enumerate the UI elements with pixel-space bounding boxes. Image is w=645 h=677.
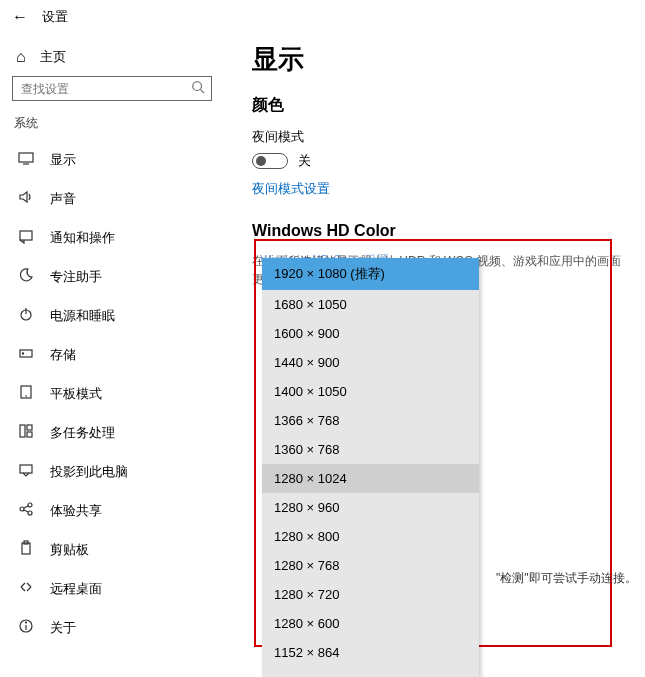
window-header: ← 设置 — [0, 0, 645, 34]
sidebar-item-label: 平板模式 — [50, 385, 102, 403]
sidebar-item-label: 剪贴板 — [50, 541, 89, 559]
svg-rect-11 — [20, 425, 25, 437]
sidebar-item-share[interactable]: 体验共享 — [12, 491, 212, 530]
night-mode-toggle[interactable] — [252, 153, 288, 169]
svg-point-0 — [193, 82, 202, 91]
remote-icon — [18, 579, 34, 598]
home-icon: ⌂ — [16, 48, 26, 66]
resolution-option[interactable]: 1280 × 800 — [262, 522, 479, 551]
night-mode-settings-link[interactable]: 夜间模式设置 — [252, 180, 629, 198]
resolution-option[interactable]: 1360 × 768 — [262, 435, 479, 464]
focus-icon — [18, 267, 34, 286]
resolution-option[interactable]: 1280 × 1024 — [262, 464, 479, 493]
svg-rect-2 — [19, 153, 33, 162]
sidebar-item-power[interactable]: 电源和睡眠 — [12, 296, 212, 335]
resolution-option[interactable]: 1440 × 900 — [262, 348, 479, 377]
resolution-option[interactable]: 1920 × 1080 (推荐) — [262, 258, 479, 290]
sidebar: ⌂ 主页 系统 显示声音通知和操作专注助手电源和睡眠存储平板模式多任务处理投影到… — [0, 34, 224, 675]
sidebar-item-label: 声音 — [50, 190, 76, 208]
detect-hint-text: "检测"即可尝试手动连接。 — [496, 570, 637, 587]
svg-rect-7 — [20, 350, 32, 357]
color-section: 颜色 夜间模式 关 夜间模式设置 — [252, 95, 629, 198]
svg-line-18 — [24, 506, 28, 508]
search-input[interactable] — [19, 81, 191, 97]
sidebar-item-label: 远程桌面 — [50, 580, 102, 598]
svg-point-8 — [22, 353, 23, 354]
resolution-option[interactable]: 1400 × 1050 — [262, 377, 479, 406]
resolution-option[interactable]: 1280 × 960 — [262, 493, 479, 522]
sidebar-item-label: 显示 — [50, 151, 76, 169]
svg-rect-12 — [27, 425, 32, 430]
sidebar-item-tablet[interactable]: 平板模式 — [12, 374, 212, 413]
svg-line-1 — [201, 90, 205, 94]
resolution-option[interactable]: 1280 × 600 — [262, 609, 479, 638]
sidebar-home[interactable]: ⌂ 主页 — [12, 42, 212, 76]
clipboard-icon — [18, 540, 34, 559]
sidebar-item-clipboard[interactable]: 剪贴板 — [12, 530, 212, 569]
multitask-icon — [18, 423, 34, 442]
sidebar-item-multitask[interactable]: 多任务处理 — [12, 413, 212, 452]
tablet-icon — [18, 384, 34, 403]
svg-rect-4 — [20, 231, 32, 240]
svg-rect-20 — [22, 543, 30, 554]
color-heading: 颜色 — [252, 95, 629, 116]
search-icon — [191, 80, 205, 97]
project-icon — [18, 462, 34, 481]
sidebar-item-label: 存储 — [50, 346, 76, 364]
sidebar-item-notify[interactable]: 通知和操作 — [12, 218, 212, 257]
resolution-dropdown[interactable]: 1920 × 1080 (推荐)1680 × 10501600 × 900144… — [262, 258, 479, 677]
back-icon[interactable]: ← — [12, 8, 28, 26]
sidebar-item-project[interactable]: 投影到此电脑 — [12, 452, 212, 491]
svg-point-17 — [28, 511, 32, 515]
sidebar-item-about[interactable]: 关于 — [12, 608, 212, 647]
resolution-option[interactable]: 1024 × 768 — [262, 667, 479, 677]
home-label: 主页 — [40, 48, 66, 66]
svg-rect-14 — [20, 465, 32, 473]
sidebar-nav: 显示声音通知和操作专注助手电源和睡眠存储平板模式多任务处理投影到此电脑体验共享剪… — [12, 140, 212, 647]
about-icon — [18, 618, 34, 637]
sidebar-group: 系统 — [14, 115, 212, 132]
svg-point-24 — [26, 622, 27, 623]
search-input-wrapper[interactable] — [12, 76, 212, 101]
resolution-option[interactable]: 1366 × 768 — [262, 406, 479, 435]
sidebar-item-label: 电源和睡眠 — [50, 307, 115, 325]
sidebar-item-label: 通知和操作 — [50, 229, 115, 247]
sidebar-item-label: 专注助手 — [50, 268, 102, 286]
power-icon — [18, 306, 34, 325]
window-title: 设置 — [42, 8, 68, 26]
sidebar-item-label: 关于 — [50, 619, 76, 637]
resolution-option[interactable]: 1680 × 1050 — [262, 290, 479, 319]
sidebar-item-remote[interactable]: 远程桌面 — [12, 569, 212, 608]
storage-icon — [18, 345, 34, 364]
svg-line-19 — [24, 510, 28, 512]
svg-point-15 — [20, 507, 24, 511]
resolution-option[interactable]: 1600 × 900 — [262, 319, 479, 348]
share-icon — [18, 501, 34, 520]
sidebar-item-display[interactable]: 显示 — [12, 140, 212, 179]
svg-rect-13 — [27, 432, 32, 437]
sidebar-item-sound[interactable]: 声音 — [12, 179, 212, 218]
sidebar-item-label: 投影到此电脑 — [50, 463, 128, 481]
night-mode-row: 关 — [252, 152, 629, 170]
sidebar-item-storage[interactable]: 存储 — [12, 335, 212, 374]
sidebar-item-label: 多任务处理 — [50, 424, 115, 442]
night-mode-label: 夜间模式 — [252, 128, 629, 146]
svg-point-16 — [28, 503, 32, 507]
sidebar-item-label: 体验共享 — [50, 502, 102, 520]
hdcolor-heading: Windows HD Color — [252, 222, 629, 240]
resolution-option[interactable]: 1280 × 720 — [262, 580, 479, 609]
sound-icon — [18, 189, 34, 208]
sidebar-item-focus[interactable]: 专注助手 — [12, 257, 212, 296]
display-icon — [18, 150, 34, 169]
resolution-option[interactable]: 1280 × 768 — [262, 551, 479, 580]
night-mode-state: 关 — [298, 152, 311, 170]
notify-icon — [18, 228, 34, 247]
page-title: 显示 — [252, 42, 629, 77]
resolution-option[interactable]: 1152 × 864 — [262, 638, 479, 667]
